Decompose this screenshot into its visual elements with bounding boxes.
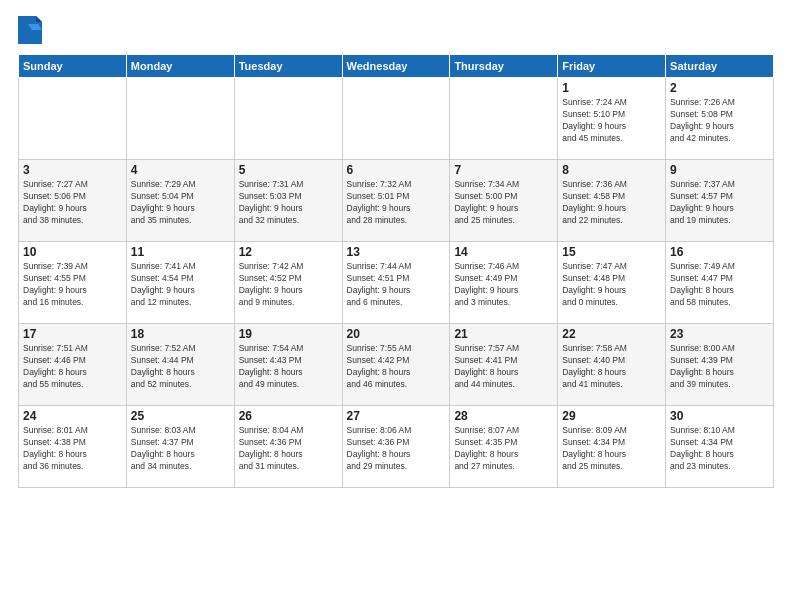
day-header-friday: Friday (558, 55, 666, 78)
calendar-cell: 12Sunrise: 7:42 AMSunset: 4:52 PMDayligh… (234, 242, 342, 324)
day-info: Sunrise: 7:55 AMSunset: 4:42 PMDaylight:… (347, 343, 446, 391)
day-number: 8 (562, 163, 661, 177)
day-number: 10 (23, 245, 122, 259)
day-header-sunday: Sunday (19, 55, 127, 78)
day-header-tuesday: Tuesday (234, 55, 342, 78)
day-number: 30 (670, 409, 769, 423)
calendar-cell: 9Sunrise: 7:37 AMSunset: 4:57 PMDaylight… (666, 160, 774, 242)
calendar-cell: 7Sunrise: 7:34 AMSunset: 5:00 PMDaylight… (450, 160, 558, 242)
logo (18, 16, 46, 44)
day-number: 16 (670, 245, 769, 259)
calendar-header-row: SundayMondayTuesdayWednesdayThursdayFrid… (19, 55, 774, 78)
day-number: 3 (23, 163, 122, 177)
day-number: 23 (670, 327, 769, 341)
day-info: Sunrise: 7:36 AMSunset: 4:58 PMDaylight:… (562, 179, 661, 227)
calendar-cell: 20Sunrise: 7:55 AMSunset: 4:42 PMDayligh… (342, 324, 450, 406)
day-info: Sunrise: 7:47 AMSunset: 4:48 PMDaylight:… (562, 261, 661, 309)
day-header-thursday: Thursday (450, 55, 558, 78)
day-number: 1 (562, 81, 661, 95)
calendar: SundayMondayTuesdayWednesdayThursdayFrid… (18, 54, 774, 488)
day-info: Sunrise: 7:51 AMSunset: 4:46 PMDaylight:… (23, 343, 122, 391)
logo-icon (18, 16, 42, 44)
svg-marker-1 (36, 16, 42, 22)
day-number: 4 (131, 163, 230, 177)
day-info: Sunrise: 7:54 AMSunset: 4:43 PMDaylight:… (239, 343, 338, 391)
calendar-cell (450, 78, 558, 160)
day-info: Sunrise: 7:32 AMSunset: 5:01 PMDaylight:… (347, 179, 446, 227)
calendar-week-4: 17Sunrise: 7:51 AMSunset: 4:46 PMDayligh… (19, 324, 774, 406)
calendar-week-5: 24Sunrise: 8:01 AMSunset: 4:38 PMDayligh… (19, 406, 774, 488)
calendar-cell: 13Sunrise: 7:44 AMSunset: 4:51 PMDayligh… (342, 242, 450, 324)
calendar-cell: 29Sunrise: 8:09 AMSunset: 4:34 PMDayligh… (558, 406, 666, 488)
day-number: 20 (347, 327, 446, 341)
day-number: 29 (562, 409, 661, 423)
day-info: Sunrise: 7:34 AMSunset: 5:00 PMDaylight:… (454, 179, 553, 227)
calendar-cell: 21Sunrise: 7:57 AMSunset: 4:41 PMDayligh… (450, 324, 558, 406)
header (18, 16, 774, 44)
day-number: 21 (454, 327, 553, 341)
day-info: Sunrise: 7:37 AMSunset: 4:57 PMDaylight:… (670, 179, 769, 227)
calendar-cell: 25Sunrise: 8:03 AMSunset: 4:37 PMDayligh… (126, 406, 234, 488)
day-number: 17 (23, 327, 122, 341)
day-info: Sunrise: 8:04 AMSunset: 4:36 PMDaylight:… (239, 425, 338, 473)
day-number: 14 (454, 245, 553, 259)
day-number: 12 (239, 245, 338, 259)
day-info: Sunrise: 7:29 AMSunset: 5:04 PMDaylight:… (131, 179, 230, 227)
calendar-cell: 24Sunrise: 8:01 AMSunset: 4:38 PMDayligh… (19, 406, 127, 488)
calendar-cell: 3Sunrise: 7:27 AMSunset: 5:06 PMDaylight… (19, 160, 127, 242)
day-info: Sunrise: 7:57 AMSunset: 4:41 PMDaylight:… (454, 343, 553, 391)
day-info: Sunrise: 8:06 AMSunset: 4:36 PMDaylight:… (347, 425, 446, 473)
day-info: Sunrise: 7:46 AMSunset: 4:49 PMDaylight:… (454, 261, 553, 309)
day-number: 9 (670, 163, 769, 177)
calendar-cell (234, 78, 342, 160)
calendar-cell (342, 78, 450, 160)
day-number: 5 (239, 163, 338, 177)
day-number: 27 (347, 409, 446, 423)
day-info: Sunrise: 7:39 AMSunset: 4:55 PMDaylight:… (23, 261, 122, 309)
calendar-week-2: 3Sunrise: 7:27 AMSunset: 5:06 PMDaylight… (19, 160, 774, 242)
day-number: 6 (347, 163, 446, 177)
calendar-cell: 28Sunrise: 8:07 AMSunset: 4:35 PMDayligh… (450, 406, 558, 488)
calendar-cell: 23Sunrise: 8:00 AMSunset: 4:39 PMDayligh… (666, 324, 774, 406)
day-number: 28 (454, 409, 553, 423)
calendar-cell: 16Sunrise: 7:49 AMSunset: 4:47 PMDayligh… (666, 242, 774, 324)
day-info: Sunrise: 7:27 AMSunset: 5:06 PMDaylight:… (23, 179, 122, 227)
page: SundayMondayTuesdayWednesdayThursdayFrid… (0, 0, 792, 612)
calendar-week-3: 10Sunrise: 7:39 AMSunset: 4:55 PMDayligh… (19, 242, 774, 324)
day-number: 24 (23, 409, 122, 423)
day-info: Sunrise: 7:26 AMSunset: 5:08 PMDaylight:… (670, 97, 769, 145)
calendar-cell: 15Sunrise: 7:47 AMSunset: 4:48 PMDayligh… (558, 242, 666, 324)
calendar-cell (19, 78, 127, 160)
day-number: 2 (670, 81, 769, 95)
day-info: Sunrise: 8:10 AMSunset: 4:34 PMDaylight:… (670, 425, 769, 473)
calendar-cell: 19Sunrise: 7:54 AMSunset: 4:43 PMDayligh… (234, 324, 342, 406)
day-number: 18 (131, 327, 230, 341)
day-info: Sunrise: 8:09 AMSunset: 4:34 PMDaylight:… (562, 425, 661, 473)
calendar-cell: 8Sunrise: 7:36 AMSunset: 4:58 PMDaylight… (558, 160, 666, 242)
day-number: 7 (454, 163, 553, 177)
calendar-cell: 5Sunrise: 7:31 AMSunset: 5:03 PMDaylight… (234, 160, 342, 242)
calendar-week-1: 1Sunrise: 7:24 AMSunset: 5:10 PMDaylight… (19, 78, 774, 160)
day-info: Sunrise: 8:07 AMSunset: 4:35 PMDaylight:… (454, 425, 553, 473)
calendar-cell: 6Sunrise: 7:32 AMSunset: 5:01 PMDaylight… (342, 160, 450, 242)
day-header-wednesday: Wednesday (342, 55, 450, 78)
day-info: Sunrise: 8:01 AMSunset: 4:38 PMDaylight:… (23, 425, 122, 473)
calendar-cell: 4Sunrise: 7:29 AMSunset: 5:04 PMDaylight… (126, 160, 234, 242)
calendar-cell: 2Sunrise: 7:26 AMSunset: 5:08 PMDaylight… (666, 78, 774, 160)
calendar-cell: 30Sunrise: 8:10 AMSunset: 4:34 PMDayligh… (666, 406, 774, 488)
calendar-cell: 1Sunrise: 7:24 AMSunset: 5:10 PMDaylight… (558, 78, 666, 160)
day-header-monday: Monday (126, 55, 234, 78)
day-info: Sunrise: 8:03 AMSunset: 4:37 PMDaylight:… (131, 425, 230, 473)
day-info: Sunrise: 7:58 AMSunset: 4:40 PMDaylight:… (562, 343, 661, 391)
day-info: Sunrise: 7:49 AMSunset: 4:47 PMDaylight:… (670, 261, 769, 309)
day-info: Sunrise: 7:42 AMSunset: 4:52 PMDaylight:… (239, 261, 338, 309)
day-info: Sunrise: 8:00 AMSunset: 4:39 PMDaylight:… (670, 343, 769, 391)
calendar-cell: 17Sunrise: 7:51 AMSunset: 4:46 PMDayligh… (19, 324, 127, 406)
day-number: 26 (239, 409, 338, 423)
day-info: Sunrise: 7:44 AMSunset: 4:51 PMDaylight:… (347, 261, 446, 309)
day-info: Sunrise: 7:52 AMSunset: 4:44 PMDaylight:… (131, 343, 230, 391)
day-number: 15 (562, 245, 661, 259)
day-header-saturday: Saturday (666, 55, 774, 78)
calendar-cell (126, 78, 234, 160)
day-info: Sunrise: 7:31 AMSunset: 5:03 PMDaylight:… (239, 179, 338, 227)
